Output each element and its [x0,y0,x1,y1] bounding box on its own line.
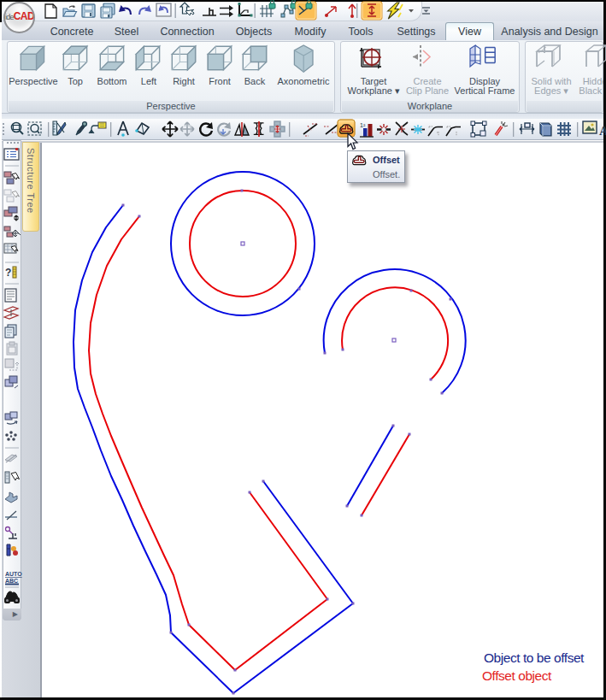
svg-text:AUTO: AUTO [5,571,22,577]
svg-text:A: A [599,124,606,138]
svg-text:ABC: ABC [5,578,18,584]
svg-text:?: ? [5,267,11,279]
svg-text:1²: 1² [360,122,366,128]
